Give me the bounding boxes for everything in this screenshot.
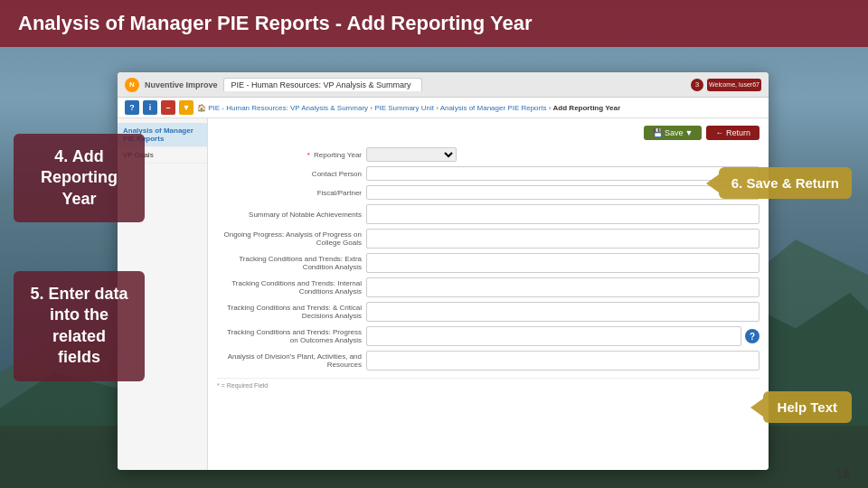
- tracking3-label: Tracking Conditions and Trends: & Critic…: [217, 304, 362, 320]
- tracking2-textarea[interactable]: [366, 277, 760, 297]
- nav-bar: ? i – ▼ 🏠 PIE - Human Resources: VP Anal…: [118, 98, 769, 118]
- tracking2-label: Tracking Conditions and Trends: Internal…: [217, 279, 362, 296]
- browser-icons: 3 Welcome, luser67: [691, 79, 761, 91]
- reporting-year-select[interactable]: [366, 147, 457, 162]
- callout-add-reporting-year: 4. AddReporting Year: [14, 134, 145, 222]
- page-number: 16: [835, 466, 850, 481]
- form-row-progress: Ongoing Progress: Analysis of Progress o…: [217, 229, 760, 249]
- save-return-label: 6. Save & Return: [719, 167, 852, 199]
- achievements-label: Summary of Notable Achievements: [217, 211, 362, 219]
- user-menu[interactable]: Welcome, luser67: [707, 79, 761, 91]
- callout-enter-text: 5. Enter datainto the relatedfields: [30, 285, 127, 366]
- progress-label: Ongoing Progress: Analysis of Progress o…: [217, 230, 362, 247]
- form-area: Analysis of Manager PIE Reports VP Goals…: [118, 118, 769, 470]
- form-row-contact: Contact Person: [217, 166, 760, 181]
- callout-enter-data: 5. Enter datainto the relatedfields: [14, 271, 145, 381]
- save-arrow-left: [706, 174, 719, 192]
- required-note: * = Required Field: [217, 378, 760, 389]
- contact-label: Contact Person: [217, 170, 362, 178]
- tracking1-textarea[interactable]: [366, 253, 760, 273]
- help-arrow-left: [750, 399, 763, 417]
- notification-icon[interactable]: 3: [691, 79, 703, 91]
- breadcrumb-1[interactable]: PIE - Human Resources: VP Analysis & Sum…: [208, 104, 368, 112]
- callout-help-text: Help Text: [763, 391, 852, 423]
- breadcrumb: 🏠 PIE - Human Resources: VP Analysis & S…: [197, 104, 761, 112]
- form-row-achievements: Summary of Notable Achievements: [217, 204, 760, 224]
- required-star: *: [307, 151, 310, 159]
- close-nav-btn[interactable]: –: [161, 100, 175, 115]
- help-nav-btn[interactable]: ?: [125, 100, 139, 115]
- nuventive-logo: N: [125, 78, 139, 92]
- form-row-division: Analysis of Division's Plant, Activities…: [217, 351, 760, 371]
- fiscal-input[interactable]: [366, 185, 760, 200]
- division-textarea[interactable]: [366, 351, 760, 371]
- main-form: 💾 Save ▼ ← Return * Reporting Year Conta…: [208, 118, 769, 470]
- help-question-icon[interactable]: ?: [745, 329, 760, 343]
- progress-textarea[interactable]: [366, 229, 760, 249]
- save-button[interactable]: 💾 Save ▼: [644, 126, 702, 140]
- app-name: Nuventive Improve: [145, 80, 218, 89]
- achievements-textarea[interactable]: [366, 204, 760, 224]
- logo-icon: N: [129, 80, 135, 89]
- form-row-tracking2: Tracking Conditions and Trends: Internal…: [217, 277, 760, 297]
- callout-add-text: 4. AddReporting Year: [41, 147, 118, 208]
- label-text: Reporting Year: [314, 151, 362, 159]
- help-text-label: Help Text: [763, 391, 852, 423]
- tracking1-label: Tracking Conditions and Trends: Extra Co…: [217, 255, 362, 271]
- title-bar: Analysis of Manager PIE Reports - Add Re…: [0, 0, 868, 47]
- save-dropdown-icon[interactable]: ▼: [685, 128, 693, 137]
- return-label: ← Return: [715, 128, 750, 137]
- return-button[interactable]: ← Return: [706, 126, 760, 140]
- breadcrumb-4: Add Reporting Year: [553, 104, 621, 112]
- save-icon: 💾: [653, 128, 663, 137]
- reporting-year-label: * Reporting Year: [217, 151, 362, 159]
- browser-tab[interactable]: PIE - Human Resources: VP Analysis & Sum…: [223, 78, 422, 91]
- info-nav-btn[interactable]: i: [143, 100, 157, 115]
- form-row-tracking3: Tracking Conditions and Trends: & Critic…: [217, 302, 760, 322]
- form-toolbar: 💾 Save ▼ ← Return: [217, 126, 760, 140]
- callout-save-return: 6. Save & Return: [719, 167, 852, 199]
- form-row-reporting-year: * Reporting Year: [217, 147, 760, 162]
- tracking4-textarea[interactable]: [366, 326, 741, 346]
- browser-chrome: N Nuventive Improve PIE - Human Resource…: [118, 72, 769, 98]
- save-label: Save: [665, 128, 684, 137]
- tracking4-label: Tracking Conditions and Trends: Progress…: [217, 328, 362, 344]
- breadcrumb-3[interactable]: Analysis of Manager PIE Reports: [440, 104, 547, 112]
- contact-input[interactable]: [366, 166, 760, 181]
- breadcrumb-2[interactable]: PIE Summary Unit: [374, 104, 434, 112]
- fiscal-label: Fiscal/Partner: [217, 189, 362, 197]
- form-row-fiscal: Fiscal/Partner: [217, 185, 760, 200]
- expand-nav-btn[interactable]: ▼: [179, 100, 193, 115]
- browser-window: N Nuventive Improve PIE - Human Resource…: [118, 72, 769, 470]
- division-label: Analysis of Division's Plant, Activities…: [217, 352, 362, 369]
- page-title: Analysis of Manager PIE Reports - Add Re…: [18, 12, 532, 35]
- form-row-tracking4: Tracking Conditions and Trends: Progress…: [217, 326, 760, 346]
- form-row-tracking1: Tracking Conditions and Trends: Extra Co…: [217, 253, 760, 273]
- tracking3-textarea[interactable]: [366, 302, 760, 322]
